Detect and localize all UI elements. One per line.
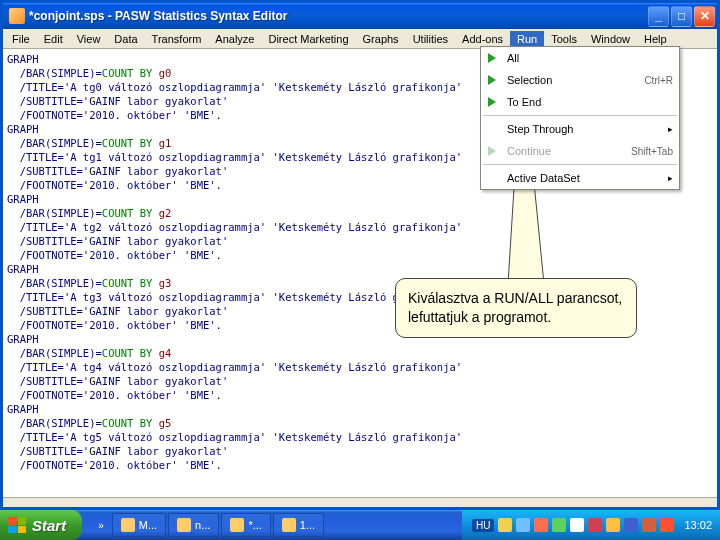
tray-icon[interactable] [498, 518, 512, 532]
menu-add-ons[interactable]: Add-ons [455, 31, 510, 47]
minimize-button[interactable]: _ [648, 6, 669, 27]
code-line[interactable]: /TITLE='A tg5 változó oszlopdiagrammja' … [7, 430, 713, 444]
start-button[interactable]: Start [0, 510, 82, 540]
code-line[interactable]: /TITLE='A tg2 változó oszlopdiagrammja' … [7, 220, 713, 234]
app-icon [121, 518, 135, 532]
menu-separator [483, 164, 677, 165]
callout-text: Kiválasztva a RUN/ALL parancsot, lefutta… [408, 290, 622, 325]
language-indicator[interactable]: HU [472, 519, 494, 532]
step-icon [483, 121, 501, 137]
start-label: Start [32, 517, 66, 534]
app-icon [282, 518, 296, 532]
menu-file[interactable]: File [5, 31, 37, 47]
code-line[interactable]: /SUBTITLE='GAINF labor gyakorlat' [7, 234, 713, 248]
step-through-label: Step Through [507, 123, 664, 135]
code-line[interactable]: /TITLE='A tg4 változó oszlopdiagrammja' … [7, 360, 713, 374]
clock[interactable]: 13:02 [684, 519, 712, 531]
run-menu-dropdown: All Selection Ctrl+R To End Step Through… [480, 46, 680, 190]
windows-logo-icon [8, 517, 26, 533]
taskbar-buttons: » M...n...*...1... [92, 513, 462, 537]
taskbar-app-button[interactable]: n... [168, 513, 219, 537]
tray-icon[interactable] [660, 518, 674, 532]
maximize-button[interactable]: □ [671, 6, 692, 27]
code-line[interactable]: /FOOTNOTE='2010. október' 'BME'. [7, 458, 713, 472]
play-icon [483, 72, 501, 88]
code-line[interactable]: /BAR(SIMPLE)=COUNT BY g2 [7, 206, 713, 220]
continue-shortcut: Shift+Tab [631, 146, 673, 157]
blank-icon [483, 170, 501, 186]
menu-data[interactable]: Data [107, 31, 144, 47]
continue-item: Continue Shift+Tab [481, 140, 679, 162]
menu-tools[interactable]: Tools [544, 31, 584, 47]
run-to-end-label: To End [507, 96, 673, 108]
run-to-end-item[interactable]: To End [481, 91, 679, 113]
tray-icon[interactable] [588, 518, 602, 532]
tray-icon[interactable] [552, 518, 566, 532]
taskbar-app-button[interactable]: 1... [273, 513, 324, 537]
close-button[interactable]: ✕ [694, 6, 715, 27]
play-icon [483, 50, 501, 66]
menu-transform[interactable]: Transform [145, 31, 209, 47]
menu-utilities[interactable]: Utilities [406, 31, 455, 47]
taskbar-chevron-icon[interactable]: » [92, 520, 110, 531]
instruction-callout: Kiválasztva a RUN/ALL parancsot, lefutta… [395, 278, 637, 338]
app-icon [230, 518, 244, 532]
taskbar-app-button[interactable]: M... [112, 513, 166, 537]
run-selection-shortcut: Ctrl+R [644, 75, 673, 86]
run-all-item[interactable]: All [481, 47, 679, 69]
menu-window[interactable]: Window [584, 31, 637, 47]
system-tray: HU 13:02 [462, 510, 720, 540]
app-icon [177, 518, 191, 532]
step-through-item[interactable]: Step Through ▸ [481, 118, 679, 140]
code-line[interactable]: /BAR(SIMPLE)=COUNT BY g5 [7, 416, 713, 430]
menu-separator [483, 115, 677, 116]
tray-icon[interactable] [624, 518, 638, 532]
continue-label: Continue [507, 145, 623, 157]
chevron-right-icon: ▸ [668, 124, 673, 134]
menu-graphs[interactable]: Graphs [356, 31, 406, 47]
run-all-label: All [507, 52, 673, 64]
menu-analyze[interactable]: Analyze [208, 31, 261, 47]
continue-icon [483, 143, 501, 159]
run-selection-label: Selection [507, 74, 636, 86]
chevron-right-icon: ▸ [668, 173, 673, 183]
tray-icon[interactable] [570, 518, 584, 532]
code-line[interactable]: GRAPH [7, 262, 713, 276]
play-to-end-icon [483, 94, 501, 110]
tray-icon[interactable] [516, 518, 530, 532]
menu-edit[interactable]: Edit [37, 31, 70, 47]
code-line[interactable]: /FOOTNOTE='2010. október' 'BME'. [7, 248, 713, 262]
code-line[interactable]: /SUBTITLE='GAINF labor gyakorlat' [7, 444, 713, 458]
run-selection-item[interactable]: Selection Ctrl+R [481, 69, 679, 91]
menu-direct-marketing[interactable]: Direct Marketing [261, 31, 355, 47]
taskbar-app-button[interactable]: *... [221, 513, 270, 537]
app-icon [9, 8, 25, 24]
code-line[interactable]: /BAR(SIMPLE)=COUNT BY g4 [7, 346, 713, 360]
active-dataset-item[interactable]: Active DataSet ▸ [481, 167, 679, 189]
titlebar: *conjoint.sps - PASW Statistics Syntax E… [3, 3, 717, 29]
menu-view[interactable]: View [70, 31, 108, 47]
taskbar: Start » M...n...*...1... HU 13:02 [0, 510, 720, 540]
code-line[interactable]: GRAPH [7, 192, 713, 206]
tray-icon[interactable] [534, 518, 548, 532]
active-dataset-label: Active DataSet [507, 172, 664, 184]
code-line[interactable]: /SUBTITLE='GAINF labor gyakorlat' [7, 374, 713, 388]
tray-icon[interactable] [606, 518, 620, 532]
code-line[interactable]: /FOOTNOTE='2010. október' 'BME'. [7, 388, 713, 402]
status-bar [3, 497, 717, 507]
menu-run[interactable]: Run [510, 31, 544, 47]
window-controls: _ □ ✕ [648, 6, 715, 27]
code-line[interactable]: GRAPH [7, 402, 713, 416]
tray-icon[interactable] [642, 518, 656, 532]
window-title: *conjoint.sps - PASW Statistics Syntax E… [29, 9, 648, 23]
menu-help[interactable]: Help [637, 31, 674, 47]
